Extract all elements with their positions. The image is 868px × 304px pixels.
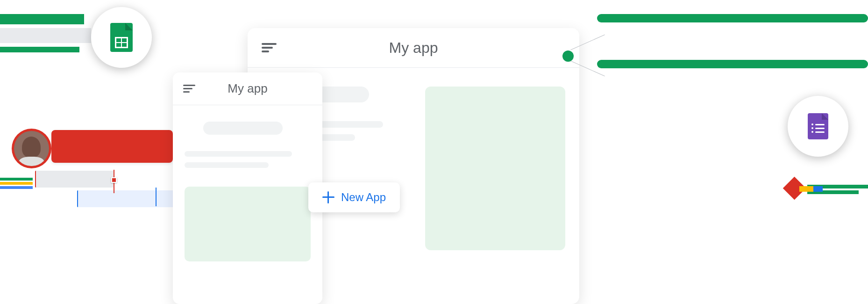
placeholder-heading (203, 122, 283, 135)
forms-badge (788, 96, 848, 157)
avatar (14, 131, 49, 166)
google-forms-icon (808, 113, 828, 139)
app-header: My app (248, 28, 579, 68)
gantt-handle-icon (111, 177, 117, 183)
sheets-badge (91, 7, 152, 68)
stripe-decoration (597, 60, 868, 68)
google-sheets-icon (110, 23, 133, 52)
stripe-decoration (597, 14, 868, 22)
stripe-decoration (0, 182, 33, 185)
gantt-bar (35, 171, 114, 188)
app-body (173, 105, 322, 278)
placeholder-line (185, 151, 292, 157)
app-title: My app (389, 39, 438, 57)
decorative-stripes-right (597, 14, 868, 68)
plus-icon (322, 191, 334, 203)
app-window-small: My app (173, 72, 322, 304)
stripe-decoration (0, 47, 79, 52)
stripe-decoration (0, 186, 33, 189)
user-avatar-decoration (14, 131, 49, 166)
app-title: My app (228, 81, 267, 96)
decorative-stripes-left-bottom (0, 178, 33, 190)
new-app-button[interactable]: New App (308, 182, 400, 212)
connection-node-icon (562, 51, 574, 62)
content-placeholder-card (185, 187, 311, 261)
placeholder-line (185, 162, 269, 168)
decorative-red-card (51, 130, 173, 163)
menu-sort-icon[interactable] (262, 43, 277, 52)
decorative-curve (681, 210, 868, 304)
gmail-icon (786, 178, 814, 199)
stripe-decoration (0, 28, 91, 43)
content-placeholder-card (425, 87, 565, 250)
stripe-decoration (0, 178, 33, 181)
new-app-label: New App (341, 191, 386, 204)
menu-sort-icon[interactable] (183, 85, 195, 93)
app-header: My app (173, 72, 322, 105)
decorative-stripes-left-top (0, 14, 93, 56)
stripe-decoration (0, 14, 84, 24)
